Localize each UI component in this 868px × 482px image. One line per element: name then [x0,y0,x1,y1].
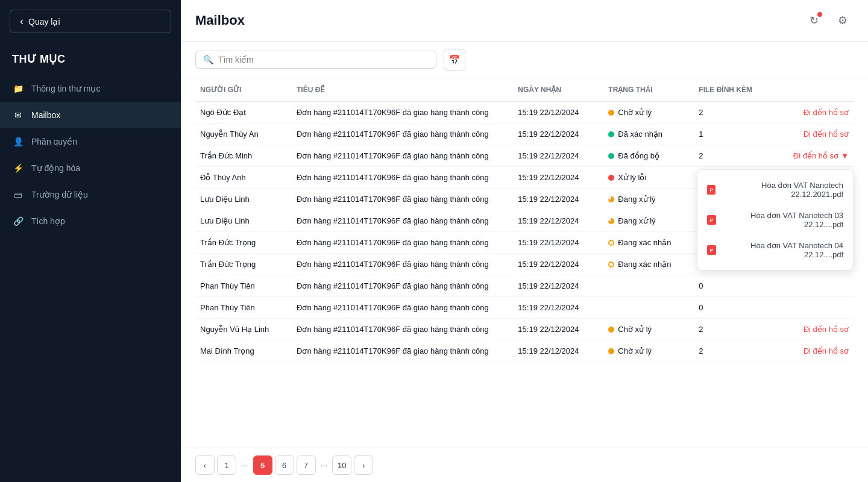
file-name: Hóa đơn VAT Nanotech 03 22.12....pdf [721,211,843,229]
gear-icon: ⚙ [838,14,848,27]
cell-date: 15:19 22/12/2024 [513,167,603,189]
calendar-icon: 📅 [448,54,461,66]
cell-attachment: 1 [694,124,757,145]
table-container: NGƯỜI GỬI TIÊU ĐỀ NGÀY NHẬN TRẠNG THÁI F… [181,78,868,448]
status-dot [608,153,614,159]
search-box: 🔍 [195,51,436,69]
sidebar-item-mailbox[interactable]: ✉Mailbox [0,102,181,128]
col-date: NGÀY NHẬN [513,78,603,102]
dropdown-file-item[interactable]: PHóa đơn VAT Nanotech 03 22.12....pdf [697,205,853,235]
pagination-ellipsis: ··· [318,460,330,470]
cell-sender: Trần Đức Trọng [195,232,292,254]
status-dot [608,110,614,116]
table-row: Nguyễn Thùy AnĐơn hàng #211014T170K96F đ… [195,124,854,145]
cell-date: 15:19 22/12/2024 [513,275,603,297]
cell-status: Đang xác nhận [603,232,694,254]
status-badge: Đang xác nhận [608,238,689,247]
pagination-page-1[interactable]: 1 [217,455,236,475]
pagination-page-6[interactable]: 6 [275,455,294,475]
refresh-icon: ↻ [810,14,819,27]
table-header: NGƯỜI GỬI TIÊU ĐỀ NGÀY NHẬN TRẠNG THÁI F… [195,78,854,102]
pagination-prev[interactable]: ‹ [195,455,215,475]
sidebar-item-label: Trường dữ liệu [31,190,88,199]
dropdown-file-item[interactable]: PHóa đơn VAT Nanotech 22.12.2021.pdf [697,175,853,205]
cell-status: Đã xác nhận [603,124,694,145]
status-label: Chờ xử lý [618,346,652,355]
cell-status: Chờ xử lý [603,340,694,362]
pagination: ‹1···567···10› [181,448,868,482]
status-badge: Đã xác nhận [608,130,689,139]
status-label: Đang xử lý [618,195,655,204]
table-row: Phan Thùy TiênĐơn hàng #211014T170K96F đ… [195,297,854,319]
status-dot [608,261,614,268]
cell-subject: Đơn hàng #211014T170K96F đã giao hàng th… [292,254,513,275]
col-action [757,78,854,102]
back-label: Quay lại [28,17,60,27]
cell-sender: Ngô Đức Đạt [195,102,292,124]
file-name: Hóa đơn VAT Nanotech 04 22.12....pdf [721,241,843,259]
cell-sender: Phan Thùy Tiên [195,297,292,319]
table-row: Phan Thùy TiênĐơn hàng #211014T170K96F đ… [195,275,854,297]
sidebar-item-truong-du-lieu[interactable]: 🗃Trường dữ liệu [0,181,181,208]
cell-action: Đi đến hồ sơ [757,319,854,340]
pagination-page-7[interactable]: 7 [297,455,316,475]
dropdown-file-item[interactable]: PHóa đơn VAT Nanotech 04 22.12....pdf [697,235,853,265]
cell-subject: Đơn hàng #211014T170K96F đã giao hàng th… [292,232,513,254]
main-header: Mailbox ↻ ⚙ [181,0,868,42]
sidebar-item-tich-hop[interactable]: 🔗Tích hợp [0,208,181,234]
cell-date: 15:19 22/12/2024 [513,340,603,362]
cell-subject: Đơn hàng #211014T170K96F đã giao hàng th… [292,319,513,340]
go-to-record-link[interactable]: Đi đến hồ sơ [762,130,849,139]
cell-subject: Đơn hàng #211014T170K96F đã giao hàng th… [292,124,513,145]
go-to-record-link[interactable]: Đi đến hồ sơ [762,108,849,117]
sidebar-item-label: Mailbox [31,110,60,120]
header-actions: ↻ ⚙ [803,10,854,31]
cell-attachment: 2 [694,102,757,124]
status-label: Đã đồng bộ [618,151,659,160]
cell-attachment: 2 [694,340,757,362]
sidebar-item-thu-muc-info[interactable]: 📁Thông tin thư mục [0,75,181,102]
cell-sender: Trần Đức Minh [195,145,292,167]
status-dot [608,348,614,354]
status-badge: Chờ xử lý [608,108,689,117]
cell-status: Đang xác nhận [603,254,694,275]
cell-date: 15:19 22/12/2024 [513,297,603,319]
page-title: Mailbox [195,13,245,28]
status-dot [608,240,614,246]
cell-subject: Đơn hàng #211014T170K96F đã giao hàng th… [292,340,513,362]
sidebar-item-phan-quyen[interactable]: 👤Phân quyền [0,128,181,155]
go-to-record-link[interactable]: Đi đến hồ sơ ▼ [762,151,849,160]
status-badge: Đang xử lý [608,195,689,204]
status-dot [608,131,614,137]
cell-status: Chờ xử lý [603,319,694,340]
cell-action: Đi đến hồ sơ ▼PHóa đơn VAT Nanotech 22.1… [757,145,854,167]
sidebar-item-label: Tích hợp [31,216,65,226]
sidebar-item-label: Thông tin thư mục [31,84,101,93]
pagination-next[interactable]: › [354,455,373,475]
go-to-record-link[interactable]: Đi đến hồ sơ [762,346,849,355]
calendar-button[interactable]: 📅 [444,49,465,70]
status-label: Đang xác nhận [618,238,671,247]
status-badge: Đang xử lý [608,216,689,225]
back-button[interactable]: Quay lại [10,10,171,33]
main-content: Mailbox ↻ ⚙ 🔍 📅 NGƯỜI GỬI TIÊU ĐỀ [181,0,868,482]
cell-subject: Đơn hàng #211014T170K96F đã giao hàng th… [292,210,513,232]
refresh-button[interactable]: ↻ [803,10,825,31]
cell-subject: Đơn hàng #211014T170K96F đã giao hàng th… [292,275,513,297]
cell-sender: Nguyễn Thùy An [195,124,292,145]
status-label: Chờ xử lý [618,325,652,334]
cell-sender: Lưu Diệu Linh [195,189,292,210]
settings-button[interactable]: ⚙ [832,10,854,31]
pagination-page-10[interactable]: 10 [332,455,351,475]
cell-sender: Phan Thùy Tiên [195,275,292,297]
pdf-icon: P [707,215,716,225]
cell-sender: Lưu Diệu Linh [195,210,292,232]
sidebar: Quay lại THƯ MỤC 📁Thông tin thư mục✉Mail… [0,0,181,482]
go-to-record-link[interactable]: Đi đến hồ sơ [762,325,849,334]
cell-attachment: 2 [694,319,757,340]
search-input[interactable] [218,55,429,64]
sidebar-item-tu-dong-hoa[interactable]: ⚡Tự động hóa [0,155,181,181]
cell-attachment: 0 [694,275,757,297]
pagination-page-5[interactable]: 5 [253,455,272,475]
sidebar-nav: 📁Thông tin thư mục✉Mailbox👤Phân quyền⚡Tự… [0,75,181,234]
